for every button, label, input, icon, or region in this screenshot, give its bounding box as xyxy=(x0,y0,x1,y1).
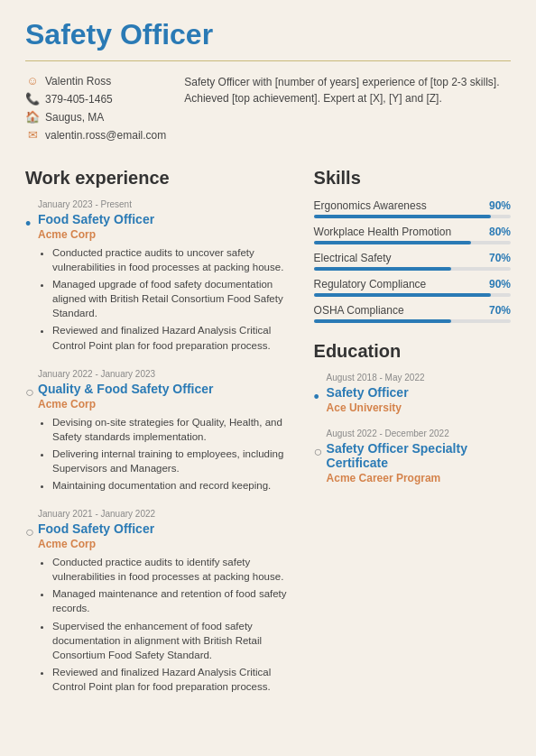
job-bullets-list: Devising on-site strategies for Quality,… xyxy=(38,415,292,493)
skill-label: Regulatory Compliance xyxy=(314,278,427,290)
job-date: January 2022 - January 2023 xyxy=(38,369,292,379)
page-title: Safety Officer xyxy=(25,18,511,51)
contact-phone: 379-405-1465 xyxy=(45,93,113,106)
skill-row: Workplace Health Promotion80% xyxy=(314,226,511,244)
skill-bar-background xyxy=(314,215,511,218)
contact-left: ☺ Valentin Ross 📞 379-405-1465 🏠 Saugus,… xyxy=(25,74,166,146)
header-divider xyxy=(25,60,511,61)
job-title: Food Safety Officer xyxy=(38,521,292,536)
job-company: Acme Corp xyxy=(38,228,292,241)
skill-percentage: 70% xyxy=(489,252,511,264)
phone-icon: 📞 xyxy=(25,92,40,106)
job-title: Quality & Food Safety Officer xyxy=(38,382,292,396)
job-bullet: Managed maintenance and retention of foo… xyxy=(52,586,292,615)
location-icon: 🏠 xyxy=(25,110,40,124)
skill-row: Electrical Safety70% xyxy=(314,252,511,271)
contact-phone-item: 📞 379-405-1465 xyxy=(25,92,166,106)
edu-date: August 2022 - December 2022 xyxy=(327,429,511,438)
skill-label: Electrical Safety xyxy=(314,252,392,264)
work-experience-title: Work experience xyxy=(25,168,292,189)
contact-email: valentin.ross@email.com xyxy=(45,129,166,142)
edu-title: Safety Officer Specialty Certificate xyxy=(327,441,511,470)
skill-bar-fill xyxy=(314,241,472,244)
edu-title: Safety Officer xyxy=(327,385,511,400)
job-company: Acme Corp xyxy=(38,538,292,550)
main-content: Work experience January 2023 - PresentFo… xyxy=(25,168,511,710)
left-column: Work experience January 2023 - PresentFo… xyxy=(25,168,292,710)
education-container: August 2018 - May 2022Safety OfficerAce … xyxy=(314,373,511,484)
skill-row: OSHA Compliance70% xyxy=(314,304,511,323)
job-bullet: Conducted practice audits to identify sa… xyxy=(52,555,292,584)
job-date: January 2021 - January 2022 xyxy=(38,509,292,519)
skill-label-row: Electrical Safety70% xyxy=(314,252,511,264)
job-bullet: Conducted practice audits to uncover saf… xyxy=(52,245,292,274)
person-icon: ☺ xyxy=(25,74,40,88)
job-bullet: Managed upgrade of food safety documenta… xyxy=(52,277,292,320)
skill-percentage: 80% xyxy=(489,226,511,238)
job-entry: January 2022 - January 2023Quality & Foo… xyxy=(25,369,292,493)
skill-percentage: 90% xyxy=(489,278,511,290)
education-entry: August 2018 - May 2022Safety OfficerAce … xyxy=(314,373,511,414)
edu-date: August 2018 - May 2022 xyxy=(327,373,511,383)
skill-percentage: 90% xyxy=(489,199,511,212)
skills-container: Ergonomics Awareness90%Workplace Health … xyxy=(314,199,511,323)
job-bullet: Delivering internal training to employee… xyxy=(52,447,292,475)
skill-bar-background xyxy=(314,293,511,297)
skill-bar-fill xyxy=(314,319,452,323)
edu-school: Ace University xyxy=(327,401,511,414)
job-entry: January 2021 - January 2022Food Safety O… xyxy=(25,509,292,694)
skill-label-row: Regulatory Compliance90% xyxy=(314,278,511,290)
right-column: Skills Ergonomics Awareness90%Workplace … xyxy=(314,168,511,710)
education-entry: August 2022 - December 2022Safety Office… xyxy=(314,429,511,484)
skill-label: Ergonomics Awareness xyxy=(314,199,427,212)
job-company: Acme Corp xyxy=(38,398,292,410)
skill-bar-background xyxy=(314,267,511,271)
job-bullet: Supervised the enhancement of food safet… xyxy=(52,619,292,662)
skill-label-row: Workplace Health Promotion80% xyxy=(314,226,511,238)
skills-title: Skills xyxy=(314,168,511,189)
job-bullets-list: Conducted practice audits to uncover saf… xyxy=(38,245,292,353)
contact-email-item: ✉ valentin.ross@email.com xyxy=(25,128,166,142)
email-icon: ✉ xyxy=(25,128,40,142)
education-section: Education August 2018 - May 2022Safety O… xyxy=(314,341,511,484)
skill-bar-fill xyxy=(314,293,492,297)
job-bullet: Reviewed and finalized Hazard Analysis C… xyxy=(52,665,292,694)
job-entry: January 2023 - PresentFood Safety Office… xyxy=(25,199,292,353)
skill-label-row: Ergonomics Awareness90% xyxy=(314,199,511,212)
skill-percentage: 70% xyxy=(489,304,511,317)
job-date: January 2023 - Present xyxy=(38,199,292,209)
contact-name-item: ☺ Valentin Ross xyxy=(25,74,166,88)
skill-bar-fill xyxy=(314,215,492,218)
skill-row: Ergonomics Awareness90% xyxy=(314,199,511,218)
contact-location-item: 🏠 Saugus, MA xyxy=(25,110,166,124)
job-bullet: Reviewed and finalized Hazard Analysis C… xyxy=(52,323,292,352)
job-bullet: Maintaining documentation and record kee… xyxy=(52,478,292,493)
skill-bar-fill xyxy=(314,267,452,271)
skill-row: Regulatory Compliance90% xyxy=(314,278,511,297)
contact-section: ☺ Valentin Ross 📞 379-405-1465 🏠 Saugus,… xyxy=(25,74,511,146)
skill-bar-background xyxy=(314,319,511,323)
skill-label: Workplace Health Promotion xyxy=(314,226,452,238)
skill-label: OSHA Compliance xyxy=(314,304,404,317)
contact-name: Valentin Ross xyxy=(45,75,111,88)
contact-location: Saugus, MA xyxy=(45,111,104,124)
job-bullets-list: Conducted practice audits to identify sa… xyxy=(38,555,292,694)
jobs-container: January 2023 - PresentFood Safety Office… xyxy=(25,199,292,694)
contact-summary: Safety Officer with [number of years] ex… xyxy=(184,74,511,146)
job-bullet: Devising on-site strategies for Quality,… xyxy=(52,415,292,444)
skill-label-row: OSHA Compliance70% xyxy=(314,304,511,317)
skill-bar-background xyxy=(314,241,511,244)
education-title: Education xyxy=(314,341,511,362)
edu-school: Acme Career Program xyxy=(327,472,511,484)
job-title: Food Safety Officer xyxy=(38,212,292,226)
